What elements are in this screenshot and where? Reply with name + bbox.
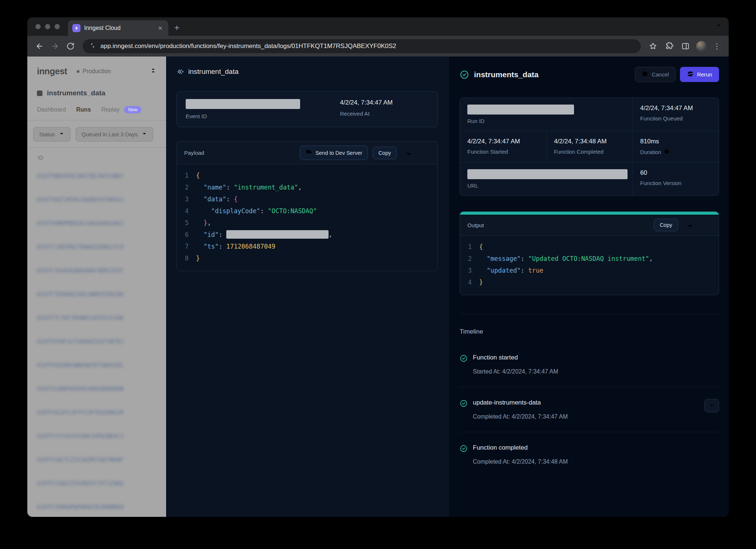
avatar[interactable] xyxy=(696,41,707,51)
function-started-value: 4/2/24, 7:34:47 AM xyxy=(467,138,539,145)
environment-selector[interactable]: Production xyxy=(77,67,157,75)
sidebar-function-row: instruments_data xyxy=(27,76,166,97)
redacted-run-id xyxy=(467,105,574,115)
run-id-item[interactable]: 01HTF7EDA6Q238SJWNHYE8Q2Q0 xyxy=(27,283,166,306)
event-id-card: Event ID 4/2/24, 7:34:47 AM Received At xyxy=(176,91,438,127)
function-queued-label: Function Queued xyxy=(640,115,711,122)
step-success-check-icon xyxy=(460,444,468,453)
wrap-text-button[interactable] xyxy=(683,219,696,231)
function-version-label: Function Version xyxy=(640,180,711,186)
expand-lines-button[interactable] xyxy=(700,219,714,231)
url-label: URL xyxy=(467,183,625,189)
duration-cell: 810ms Duration xyxy=(632,131,719,162)
copy-payload-button[interactable]: Copy xyxy=(372,147,397,159)
chevron-down-icon xyxy=(141,131,147,138)
redacted-event-id xyxy=(186,99,300,109)
timeline: Function started Started At: 4/2/2024, 7… xyxy=(460,342,719,477)
sidebar-tabs: Dashboard Runs Replay New xyxy=(27,97,166,120)
reload-button[interactable] xyxy=(63,39,78,53)
run-id-item[interactable]: 01HTFN86XV8CXWS7857W7E3WDY xyxy=(27,164,166,188)
bookmark-star-icon[interactable] xyxy=(646,39,660,53)
run-id-item[interactable]: 01HTFKQT1M7RSJQABEXYF0K0S2 xyxy=(27,188,166,212)
url-text: app.inngest.com/env/production/functions… xyxy=(100,42,396,50)
run-id-item[interactable]: 01HTFC5QG7ZYVXNZVC7VT1Z4K6 xyxy=(27,472,166,495)
event-icon xyxy=(176,68,184,75)
new-tab-button[interactable]: + xyxy=(174,23,179,33)
tab-runs[interactable]: Runs xyxy=(76,106,91,113)
url-bar[interactable]: app.inngest.com/env/production/functions… xyxy=(83,39,641,53)
function-version-value: 60 xyxy=(640,169,711,177)
wrap-text-button[interactable] xyxy=(401,147,415,159)
tab-title: Inngest Cloud xyxy=(84,25,153,31)
sidebar-function-name: instruments_data xyxy=(47,89,105,97)
run-id-item[interactable]: 01HTFG3BKPQSR9E4A8508RARRN xyxy=(27,377,166,401)
back-button[interactable] xyxy=(32,39,47,53)
output-code: 1{2 "message": "Updated OCTO:NASDAQ inst… xyxy=(460,235,719,295)
cancel-button[interactable]: Cancel xyxy=(635,67,676,82)
run-id-label: Run ID xyxy=(467,118,625,124)
browser-window: Inngest Cloud × + app.inngest.com/env/pr… xyxy=(27,17,729,517)
info-icon[interactable] xyxy=(664,149,670,156)
event-panel: instrument_data Event ID 4/2/24, 7:34:47… xyxy=(166,57,448,517)
success-accent-bar xyxy=(460,212,719,215)
send-to-dev-server-button[interactable]: Send to Dev Server xyxy=(300,146,368,160)
status-filter[interactable]: Status xyxy=(33,127,71,141)
received-at-value: 4/2/24, 7:34:47 AM xyxy=(340,99,429,106)
extensions-icon[interactable] xyxy=(662,39,676,53)
time-filter-label: Queued in Last 3 Days xyxy=(82,131,138,137)
payload-title: Payload xyxy=(182,150,204,156)
copy-output-button[interactable]: Copy xyxy=(654,219,678,231)
side-panel-icon[interactable] xyxy=(678,39,693,53)
run-id-item[interactable]: 01HTFCYY2GYGYGDKJVP82NKXC2 xyxy=(27,424,166,448)
close-window-button[interactable] xyxy=(35,24,41,29)
run-id-item[interactable]: 01HTFKMBPMD0ZAJ4AG04K03A02 xyxy=(27,212,166,235)
run-id-item[interactable]: 01HTFCR9KAPQP0R6PZK3MQNMX8 xyxy=(27,495,166,517)
timeline-item-title: update-instruments-data xyxy=(473,399,699,406)
tab-strip: Inngest Cloud × + xyxy=(27,17,729,36)
run-id-item[interactable]: 01HTFHYWF32TSB9HGT01F5BTBJ xyxy=(27,330,166,354)
rerun-icon xyxy=(687,71,694,78)
inngest-logo: inngest xyxy=(37,66,67,76)
forward-button[interactable] xyxy=(48,39,62,53)
run-id-item[interactable]: 01HTF7C7HF7RVN051Q3YD2S3AK xyxy=(27,306,166,330)
run-filters: Status Queued in Last 3 Days xyxy=(27,120,166,148)
function-queued-value: 4/2/24, 7:34:47 AM xyxy=(640,105,711,112)
new-badge: New xyxy=(124,106,141,113)
output-card-header: Output Copy xyxy=(460,215,719,235)
event-title: instrument_data xyxy=(188,68,238,76)
function-queued-cell: 4/2/24, 7:34:47 AM Function Queued xyxy=(632,98,719,131)
run-title: instruments_data xyxy=(474,70,539,79)
duration-label: Duration xyxy=(640,149,661,155)
function-started-label: Function Started xyxy=(467,149,539,155)
run-id-item[interactable]: 01HTFHXGR0CWNHSWY8TSNAVGRC xyxy=(27,354,166,377)
browser-menu-icon[interactable]: ⋮ xyxy=(710,42,724,51)
payload-code: 1{2 "name": "instrument_data",3 "data": … xyxy=(177,164,437,271)
tab-dashboard[interactable]: Dashboard xyxy=(37,106,66,113)
expand-step-button[interactable] xyxy=(704,399,719,412)
run-id-item[interactable]: 01HTFJ94AVE0BQ48AF4DM13E9T xyxy=(27,259,166,283)
rerun-label: Rerun xyxy=(697,71,712,78)
time-filter[interactable]: Queued in Last 3 Days xyxy=(76,127,154,141)
zoom-window-button[interactable] xyxy=(55,24,60,29)
run-id-item[interactable]: 01HTFCW27CZ2X3AZM75QEYNH8F xyxy=(27,448,166,472)
function-started-cell: 4/2/24, 7:34:47 AM Function Started xyxy=(460,131,546,162)
received-at-label: Received At xyxy=(340,110,429,117)
tab-close-icon[interactable]: × xyxy=(157,24,164,33)
tab-search-chevron-icon[interactable] xyxy=(715,22,722,30)
run-id-item[interactable]: 01HTFEG3FVJP7FZJP7EA5KN3JR xyxy=(27,401,166,424)
rerun-button[interactable]: Rerun xyxy=(680,67,719,82)
expand-lines-button[interactable] xyxy=(419,147,432,159)
run-details-card: Run ID 4/2/24, 7:34:47 AM Function Queue… xyxy=(460,98,719,196)
browser-tab[interactable]: Inngest Cloud × xyxy=(68,20,168,36)
event-panel-header: instrument_data xyxy=(176,68,438,76)
site-settings-icon[interactable] xyxy=(89,42,96,51)
tab-replay[interactable]: Replay xyxy=(101,106,120,113)
inngest-favicon-icon xyxy=(72,24,80,32)
minimize-window-button[interactable] xyxy=(45,24,50,29)
timeline-item-title: Function started xyxy=(473,354,719,361)
environment-status-dot xyxy=(77,70,79,73)
payload-card: Payload Send to Dev Server Copy xyxy=(176,141,438,271)
send-to-dev-server-label: Send to Dev Server xyxy=(316,150,362,156)
function-completed-cell: 4/2/24, 7:34:48 AM Function Completed xyxy=(546,131,633,162)
run-id-item[interactable]: 01HTFJ3B5PBZ7EWGK5Z086JYC8 xyxy=(27,235,166,259)
